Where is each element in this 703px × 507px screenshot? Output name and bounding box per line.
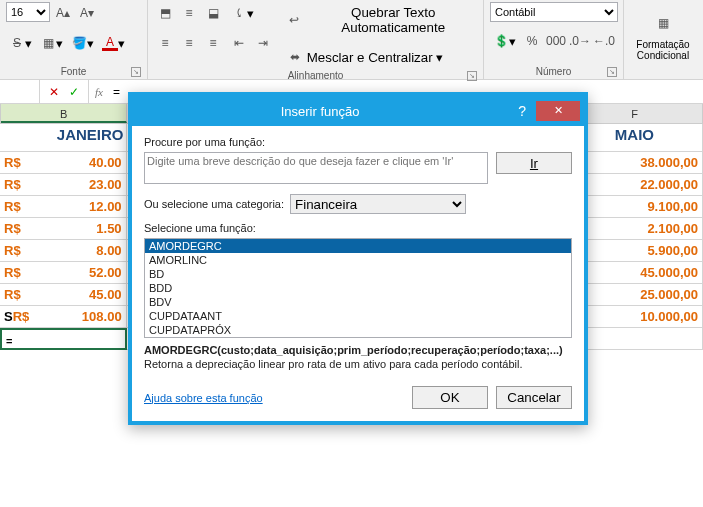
increase-indent-icon: ⇥ <box>255 35 271 51</box>
function-list-item[interactable]: CUPDATAPRÓX <box>145 323 571 337</box>
align-middle-button[interactable]: ≡ <box>178 2 200 24</box>
cell-B[interactable]: R$40.00 <box>0 152 127 174</box>
function-list-item[interactable]: AMORLINC <box>145 253 571 267</box>
percent-button[interactable]: % <box>521 30 543 52</box>
fx-label[interactable]: fx <box>89 86 109 98</box>
function-list-item[interactable]: BD <box>145 267 571 281</box>
border-button[interactable]: ▦▾ <box>37 32 66 54</box>
align-left-icon: ≡ <box>157 35 173 51</box>
group-font-label: Fonte <box>61 66 87 77</box>
font-color-icon: A <box>102 35 118 51</box>
font-size-select[interactable]: 16 <box>6 2 50 22</box>
function-list-item[interactable]: BDV <box>145 295 571 309</box>
currency-icon: 💲 <box>493 33 509 49</box>
number-format-select[interactable]: Contábil <box>490 2 618 22</box>
function-list-item[interactable]: CUPDATAANT <box>145 309 571 323</box>
dialog-titlebar[interactable]: Inserir função ? ✕ <box>132 96 584 126</box>
accounting-format-button[interactable]: 💲▾ <box>490 30 519 52</box>
category-label: Ou selecione uma categoria: <box>144 198 284 210</box>
border-icon: ▦ <box>40 35 56 51</box>
orientation-icon: ⤹ <box>231 5 247 21</box>
function-list-item[interactable]: BDD <box>145 281 571 295</box>
function-description: Retorna a depreciação linear pro rata de… <box>144 358 572 370</box>
fill-color-button[interactable]: 🪣▾ <box>68 32 97 54</box>
thousands-icon: 000 <box>548 33 564 49</box>
insert-function-dialog: Inserir função ? ✕ Procure por uma funçã… <box>128 92 588 425</box>
group-number-label: Número <box>536 66 572 77</box>
align-bottom-icon: ⬓ <box>205 5 221 21</box>
cell-B[interactable]: R$45.00 <box>0 284 127 306</box>
font-color-button[interactable]: A▾ <box>99 32 128 54</box>
strikethrough-button[interactable]: S▾ <box>6 32 35 54</box>
merge-icon: ⬌ <box>287 49 303 65</box>
decrease-font-icon: A▾ <box>79 5 95 21</box>
cancel-button[interactable]: Cancelar <box>496 386 572 409</box>
strikethrough-icon: S <box>9 35 25 51</box>
align-left-button[interactable]: ≡ <box>154 32 176 54</box>
group-styles: ▦ Formatação Condicional <box>624 0 702 79</box>
function-list[interactable]: AMORDEGRCAMORLINCBDBDDBDVCUPDATAANTCUPDA… <box>144 238 572 338</box>
decrease-decimal-button[interactable]: ←.0 <box>593 30 615 52</box>
increase-font-button[interactable]: A▴ <box>52 2 74 24</box>
align-middle-icon: ≡ <box>181 5 197 21</box>
ok-button[interactable]: OK <box>412 386 488 409</box>
align-top-icon: ⬒ <box>157 5 173 21</box>
enter-formula-icon[interactable]: ✓ <box>66 84 82 100</box>
group-number: Contábil 💲▾ % 000 .0→ ←.0 Número↘ <box>484 0 624 79</box>
decrease-font-button[interactable]: A▾ <box>76 2 98 24</box>
align-top-button[interactable]: ⬒ <box>154 2 176 24</box>
align-bottom-button[interactable]: ⬓ <box>202 2 224 24</box>
cell-B[interactable]: R$12.00 <box>0 196 127 218</box>
dec-decimal-icon: ←.0 <box>596 33 612 49</box>
active-input-cell[interactable]: = <box>0 328 127 350</box>
header-cell-janeiro[interactable]: JANEIRO <box>0 124 127 152</box>
group-alignment: ⬒ ≡ ⬓ ≡ ≡ ≡ ⤹▾ ⇤ ⇥ ↩ <box>148 0 484 79</box>
increase-indent-button[interactable]: ⇥ <box>252 32 274 54</box>
increase-decimal-button[interactable]: .0→ <box>569 30 591 52</box>
decrease-indent-icon: ⇤ <box>231 35 247 51</box>
inc-decimal-icon: .0→ <box>572 33 588 49</box>
go-button[interactable]: Ir <box>496 152 572 174</box>
category-select[interactable]: Financeira <box>290 194 466 214</box>
align-right-icon: ≡ <box>205 35 221 51</box>
ribbon: 16 A▴ A▾ S▾ ▦▾ 🪣▾ A▾ Fonte↘ ⬒ ≡ ⬓ <box>0 0 703 80</box>
cell-B[interactable]: R$23.00 <box>0 174 127 196</box>
align-center-icon: ≡ <box>181 35 197 51</box>
font-launcher[interactable]: ↘ <box>131 67 141 77</box>
search-label: Procure por uma função: <box>144 136 572 148</box>
help-link[interactable]: Ajuda sobre esta função <box>144 392 263 404</box>
fill-icon: 🪣 <box>71 35 87 51</box>
cell-B[interactable]: SR$108.00 <box>0 306 127 328</box>
function-syntax: AMORDEGRC(custo;data_aquisição;prim_perí… <box>144 344 572 356</box>
percent-icon: % <box>524 33 540 49</box>
orientation-button[interactable]: ⤹▾ <box>228 2 257 24</box>
dialog-close-button[interactable]: ✕ <box>536 101 580 121</box>
wrap-icon: ↩ <box>287 12 302 28</box>
align-right-button[interactable]: ≡ <box>202 32 224 54</box>
decrease-indent-button[interactable]: ⇤ <box>228 32 250 54</box>
cell-B[interactable]: R$8.00 <box>0 240 127 262</box>
dialog-help-button[interactable]: ? <box>508 103 536 119</box>
cancel-formula-icon[interactable]: ✕ <box>46 84 62 100</box>
search-function-input[interactable] <box>144 152 488 184</box>
dialog-title: Inserir função <box>132 104 508 119</box>
align-center-button[interactable]: ≡ <box>178 32 200 54</box>
conditional-formatting-button[interactable]: ▦ Formatação Condicional <box>630 2 696 66</box>
col-header-B[interactable]: B <box>1 104 127 123</box>
thousands-button[interactable]: 000 <box>545 30 567 52</box>
wrap-text-button[interactable]: ↩ Quebrar Texto Automaticamente <box>284 2 484 38</box>
increase-font-icon: A▴ <box>55 5 71 21</box>
group-alignment-label: Alinhamento <box>288 70 344 81</box>
name-box[interactable] <box>0 80 40 103</box>
cell-B[interactable]: R$52.00 <box>0 262 127 284</box>
function-list-item[interactable]: AMORDEGRC <box>145 239 571 253</box>
merge-center-button[interactable]: ⬌ Mesclar e Centralizar ▾ <box>284 46 484 68</box>
cell-B[interactable]: R$1.50 <box>0 218 127 240</box>
number-launcher[interactable]: ↘ <box>607 67 617 77</box>
select-function-label: Selecione uma função: <box>144 222 572 234</box>
alignment-launcher[interactable]: ↘ <box>467 71 477 81</box>
group-font: 16 A▴ A▾ S▾ ▦▾ 🪣▾ A▾ Fonte↘ <box>0 0 148 79</box>
conditional-formatting-icon: ▦ <box>647 7 679 39</box>
